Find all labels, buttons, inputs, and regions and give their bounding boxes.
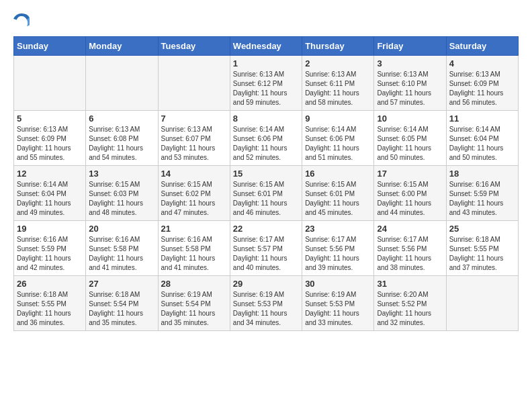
sunrise-text: Sunrise: 6:20 AM	[377, 291, 428, 298]
sunrise-text: Sunrise: 6:16 AM	[17, 236, 68, 243]
calendar-cell: 5 Sunrise: 6:13 AM Sunset: 6:09 PM Dayli…	[14, 111, 86, 166]
calendar-cell: 2 Sunrise: 6:13 AM Sunset: 6:11 PM Dayli…	[302, 56, 374, 111]
calendar-body: 1 Sunrise: 6:13 AM Sunset: 6:12 PM Dayli…	[14, 56, 519, 331]
day-number: 30	[305, 279, 371, 289]
calendar-cell: 26 Sunrise: 6:18 AM Sunset: 5:55 PM Dayl…	[14, 276, 86, 331]
logo	[13, 13, 32, 30]
sunrise-text: Sunrise: 6:15 AM	[233, 181, 284, 188]
day-info: Sunrise: 6:15 AM Sunset: 6:03 PM Dayligh…	[89, 180, 154, 218]
daylight-text: Daylight: 11 hours and 49 minutes.	[17, 199, 71, 216]
calendar-cell: 31 Sunrise: 6:20 AM Sunset: 5:52 PM Dayl…	[374, 276, 446, 331]
day-number: 23	[305, 224, 371, 234]
sunset-text: Sunset: 5:58 PM	[89, 245, 138, 253]
sunrise-text: Sunrise: 6:19 AM	[233, 291, 284, 298]
calendar-cell: 7 Sunrise: 6:13 AM Sunset: 6:07 PM Dayli…	[158, 111, 230, 166]
day-info: Sunrise: 6:13 AM Sunset: 6:09 PM Dayligh…	[449, 70, 515, 107]
calendar-cell: 29 Sunrise: 6:19 AM Sunset: 5:53 PM Dayl…	[230, 276, 302, 331]
day-info: Sunrise: 6:19 AM Sunset: 5:54 PM Dayligh…	[161, 290, 227, 328]
day-number: 25	[449, 224, 515, 234]
daylight-text: Daylight: 11 hours and 48 minutes.	[89, 199, 143, 216]
day-number: 16	[305, 169, 371, 179]
day-info: Sunrise: 6:13 AM Sunset: 6:10 PM Dayligh…	[377, 70, 443, 107]
daylight-text: Daylight: 11 hours and 52 minutes.	[233, 144, 287, 161]
calendar-week-row: 19 Sunrise: 6:16 AM Sunset: 5:59 PM Dayl…	[14, 221, 519, 276]
day-info: Sunrise: 6:14 AM Sunset: 6:04 PM Dayligh…	[449, 125, 515, 163]
day-info: Sunrise: 6:13 AM Sunset: 6:11 PM Dayligh…	[305, 70, 371, 107]
calendar-cell: 22 Sunrise: 6:17 AM Sunset: 5:57 PM Dayl…	[230, 221, 302, 276]
sunset-text: Sunset: 5:59 PM	[449, 190, 499, 197]
day-number: 8	[233, 113, 299, 124]
sunset-text: Sunset: 5:58 PM	[161, 245, 211, 253]
calendar-cell: 18 Sunrise: 6:16 AM Sunset: 5:59 PM Dayl…	[446, 166, 518, 221]
daylight-text: Daylight: 11 hours and 51 minutes.	[305, 144, 359, 161]
day-info: Sunrise: 6:13 AM Sunset: 6:07 PM Dayligh…	[161, 125, 227, 163]
sunset-text: Sunset: 5:54 PM	[161, 300, 211, 308]
sunrise-text: Sunrise: 6:13 AM	[449, 71, 500, 78]
day-number: 4	[449, 58, 515, 68]
sunset-text: Sunset: 6:03 PM	[89, 190, 138, 197]
day-info: Sunrise: 6:14 AM Sunset: 6:06 PM Dayligh…	[233, 125, 299, 163]
calendar-cell: 28 Sunrise: 6:19 AM Sunset: 5:54 PM Dayl…	[158, 276, 230, 331]
sunrise-text: Sunrise: 6:17 AM	[377, 236, 428, 243]
sunrise-text: Sunrise: 6:14 AM	[17, 181, 68, 188]
calendar-cell: 20 Sunrise: 6:16 AM Sunset: 5:58 PM Dayl…	[86, 221, 158, 276]
daylight-text: Daylight: 11 hours and 32 minutes.	[377, 310, 431, 326]
sunset-text: Sunset: 5:57 PM	[233, 245, 283, 253]
sunrise-text: Sunrise: 6:16 AM	[89, 236, 140, 243]
daylight-text: Daylight: 11 hours and 43 minutes.	[449, 199, 504, 216]
daylight-text: Daylight: 11 hours and 36 minutes.	[17, 310, 71, 326]
sunrise-text: Sunrise: 6:15 AM	[89, 181, 140, 188]
sunrise-text: Sunrise: 6:13 AM	[377, 71, 428, 78]
daylight-text: Daylight: 11 hours and 38 minutes.	[377, 255, 431, 271]
logo-icon	[13, 13, 30, 30]
day-info: Sunrise: 6:16 AM Sunset: 5:58 PM Dayligh…	[89, 235, 154, 273]
sunrise-text: Sunrise: 6:18 AM	[17, 291, 68, 298]
sunset-text: Sunset: 6:07 PM	[161, 135, 211, 142]
calendar-cell: 16 Sunrise: 6:15 AM Sunset: 6:01 PM Dayl…	[302, 166, 374, 221]
sunrise-text: Sunrise: 6:14 AM	[305, 126, 356, 133]
calendar-cell: 8 Sunrise: 6:14 AM Sunset: 6:06 PM Dayli…	[230, 111, 302, 166]
daylight-text: Daylight: 11 hours and 33 minutes.	[305, 310, 359, 326]
daylight-text: Daylight: 11 hours and 58 minutes.	[305, 89, 359, 106]
calendar-cell: 10 Sunrise: 6:14 AM Sunset: 6:05 PM Dayl…	[374, 111, 446, 166]
day-info: Sunrise: 6:14 AM Sunset: 6:05 PM Dayligh…	[377, 125, 443, 163]
calendar-cell: 14 Sunrise: 6:15 AM Sunset: 6:02 PM Dayl…	[158, 166, 230, 221]
day-info: Sunrise: 6:16 AM Sunset: 5:58 PM Dayligh…	[161, 235, 227, 273]
sunset-text: Sunset: 6:06 PM	[305, 135, 355, 142]
day-info: Sunrise: 6:14 AM Sunset: 6:04 PM Dayligh…	[17, 180, 83, 218]
sunrise-text: Sunrise: 6:19 AM	[161, 291, 212, 298]
sunset-text: Sunset: 6:06 PM	[233, 135, 283, 142]
sunrise-text: Sunrise: 6:13 AM	[305, 71, 356, 78]
daylight-text: Daylight: 11 hours and 57 minutes.	[377, 89, 431, 106]
calendar-cell	[14, 56, 86, 111]
daylight-text: Daylight: 11 hours and 40 minutes.	[233, 255, 287, 271]
day-number: 12	[17, 169, 83, 179]
sunset-text: Sunset: 6:09 PM	[17, 135, 66, 142]
calendar-cell	[446, 276, 518, 331]
sunrise-text: Sunrise: 6:17 AM	[305, 236, 356, 243]
sunrise-text: Sunrise: 6:17 AM	[233, 236, 284, 243]
sunset-text: Sunset: 5:53 PM	[233, 300, 283, 308]
daylight-text: Daylight: 11 hours and 41 minutes.	[89, 255, 143, 271]
day-number: 22	[233, 224, 299, 234]
sunset-text: Sunset: 6:05 PM	[377, 135, 427, 142]
sunrise-text: Sunrise: 6:15 AM	[305, 181, 356, 188]
calendar-cell: 23 Sunrise: 6:17 AM Sunset: 5:56 PM Dayl…	[302, 221, 374, 276]
day-info: Sunrise: 6:15 AM Sunset: 6:01 PM Dayligh…	[305, 180, 371, 218]
daylight-text: Daylight: 11 hours and 35 minutes.	[89, 310, 143, 326]
sunrise-text: Sunrise: 6:14 AM	[449, 126, 500, 133]
daylight-text: Daylight: 11 hours and 45 minutes.	[305, 199, 359, 216]
day-info: Sunrise: 6:15 AM Sunset: 6:02 PM Dayligh…	[161, 180, 227, 218]
day-number: 3	[377, 58, 443, 68]
sunrise-text: Sunrise: 6:14 AM	[377, 126, 428, 133]
day-number: 1	[233, 58, 299, 68]
day-info: Sunrise: 6:17 AM Sunset: 5:56 PM Dayligh…	[305, 235, 371, 273]
sunrise-text: Sunrise: 6:18 AM	[449, 236, 500, 243]
sunrise-text: Sunrise: 6:19 AM	[305, 291, 356, 298]
calendar-week-row: 5 Sunrise: 6:13 AM Sunset: 6:09 PM Dayli…	[14, 111, 519, 166]
daylight-text: Daylight: 11 hours and 59 minutes.	[233, 89, 287, 106]
calendar-cell: 13 Sunrise: 6:15 AM Sunset: 6:03 PM Dayl…	[86, 166, 158, 221]
day-number: 26	[17, 279, 83, 289]
sunrise-text: Sunrise: 6:13 AM	[89, 126, 140, 133]
weekday-header: Sunday	[14, 37, 86, 56]
